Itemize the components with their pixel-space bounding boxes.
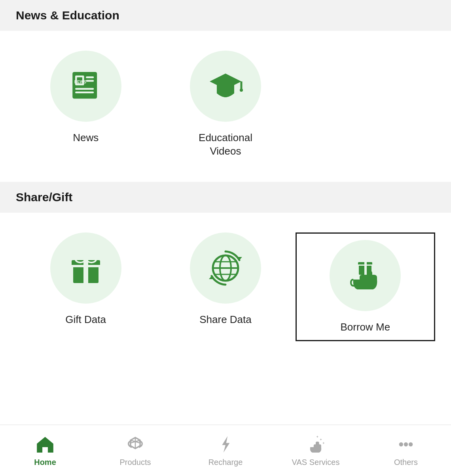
- svg-rect-4: [75, 88, 94, 90]
- share-data-item[interactable]: Share Data: [155, 232, 295, 342]
- share-icon-circle: [190, 232, 261, 304]
- recharge-nav-label: Recharge: [208, 458, 243, 467]
- svg-rect-28: [358, 264, 372, 266]
- educational-videos-label: EducationalVideos: [199, 131, 252, 158]
- svg-point-10: [240, 89, 243, 92]
- main-content: News & Education: [0, 0, 451, 420]
- svg-rect-5: [75, 92, 94, 94]
- share-gift-grid: Gift Data: [0, 213, 451, 365]
- svg-rect-14: [72, 265, 100, 267]
- education-icon: [206, 66, 245, 106]
- svg-text:NEWS: NEWS: [74, 80, 86, 84]
- news-label: News: [73, 131, 99, 145]
- products-icon: [125, 434, 146, 455]
- share-gift-header: Share/Gift: [0, 182, 451, 213]
- others-icon: [396, 434, 416, 455]
- gift-icon-circle: [50, 232, 121, 304]
- home-nav-label: Home: [34, 458, 56, 467]
- svg-text:+: +: [322, 441, 324, 445]
- svg-marker-29: [37, 437, 53, 453]
- svg-marker-34: [222, 436, 229, 453]
- vas-services-nav-label: VAS Services: [292, 458, 340, 467]
- share-data-label: Share Data: [199, 313, 252, 327]
- nav-recharge[interactable]: Recharge: [180, 434, 271, 467]
- others-nav-label: Others: [394, 458, 418, 467]
- svg-text:+: +: [316, 435, 318, 439]
- svg-marker-8: [210, 74, 241, 89]
- bottom-nav: Home Products Recharge + + + VAS Service: [0, 425, 451, 476]
- news-item[interactable]: NEWS News: [16, 51, 155, 158]
- borrow-me-label: Borrow Me: [340, 321, 390, 334]
- borrow-icon: [345, 256, 385, 295]
- nav-others[interactable]: Others: [361, 434, 451, 467]
- recharge-icon: [215, 434, 236, 455]
- borrow-me-item[interactable]: Borrow Me: [296, 232, 435, 342]
- nav-home[interactable]: Home: [0, 434, 90, 467]
- nav-products[interactable]: Products: [90, 434, 180, 467]
- share-gift-row: Gift Data: [16, 232, 435, 342]
- svg-point-17: [83, 257, 88, 262]
- education-icon-circle: [190, 51, 261, 122]
- news-education-row: NEWS News: [16, 51, 435, 158]
- svg-rect-2: [86, 76, 94, 78]
- svg-point-39: [404, 442, 408, 446]
- svg-text:+: +: [320, 438, 322, 442]
- nav-vas-services[interactable]: + + + VAS Services: [271, 434, 361, 467]
- share-gift-section: Share/Gift: [0, 182, 451, 365]
- news-icon-circle: NEWS: [50, 51, 121, 122]
- educational-videos-item[interactable]: EducationalVideos: [155, 51, 295, 158]
- gift-data-label: Gift Data: [65, 313, 106, 327]
- svg-rect-13: [83, 260, 88, 283]
- svg-point-40: [409, 442, 413, 446]
- news-education-section: News & Education: [0, 0, 451, 182]
- svg-point-38: [399, 442, 403, 446]
- gift-data-item[interactable]: Gift Data: [16, 232, 155, 342]
- share-icon: [206, 248, 245, 288]
- products-nav-label: Products: [120, 458, 151, 467]
- gift-icon: [66, 248, 106, 288]
- svg-rect-3: [86, 80, 94, 82]
- news-icon: NEWS: [68, 68, 104, 104]
- vas-icon: + + +: [305, 434, 326, 455]
- news-education-header: News & Education: [0, 0, 451, 31]
- svg-rect-27: [364, 262, 367, 275]
- borrow-icon-circle: [330, 240, 401, 311]
- home-icon: [35, 434, 55, 455]
- news-education-grid: NEWS News: [0, 31, 451, 182]
